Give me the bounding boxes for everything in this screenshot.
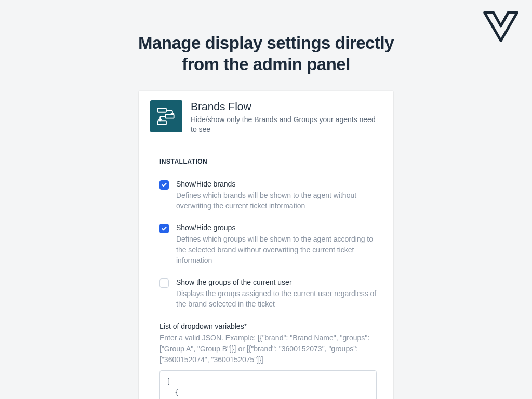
dropdown-variables-textarea[interactable] bbox=[159, 370, 377, 399]
svg-rect-1 bbox=[165, 114, 174, 118]
option-description: Defines which brands will be shown to th… bbox=[176, 190, 377, 211]
page-title: Manage display settings directly from th… bbox=[0, 0, 532, 75]
option-description: Defines which groups will be shown to th… bbox=[176, 234, 377, 265]
settings-card: Brands Flow Hide/show only the Brands an… bbox=[139, 91, 393, 400]
app-subtitle: Hide/show only the Brands and Groups you… bbox=[191, 115, 382, 135]
checkbox-show-hide-brands[interactable] bbox=[159, 180, 169, 190]
option-label: Show/Hide brands bbox=[176, 180, 377, 188]
dropdown-variables-field: List of dropdown variables* Enter a vali… bbox=[159, 322, 382, 399]
option-description: Displays the groups assigned to the curr… bbox=[176, 288, 377, 310]
checkbox-show-current-user-groups[interactable] bbox=[159, 278, 169, 288]
svg-rect-2 bbox=[158, 121, 167, 124]
field-label-text: List of dropdown variables bbox=[159, 322, 244, 330]
app-title: Brands Flow bbox=[191, 100, 382, 113]
card-header: Brands Flow Hide/show only the Brands an… bbox=[150, 100, 382, 135]
brand-logo bbox=[482, 10, 520, 44]
field-hint: Enter a valid JSON. Example: [{"brand": … bbox=[159, 332, 377, 365]
svg-rect-0 bbox=[158, 108, 167, 112]
option-label: Show/Hide groups bbox=[176, 223, 377, 232]
option-show-hide-brands: Show/Hide brands Defines which brands wi… bbox=[159, 180, 382, 211]
section-heading-installation: INSTALLATION bbox=[159, 158, 382, 165]
field-label: List of dropdown variables* bbox=[159, 322, 377, 330]
option-show-current-user-groups: Show the groups of the current user Disp… bbox=[159, 278, 382, 310]
page-title-line2: from the admin panel bbox=[182, 55, 350, 74]
app-flow-icon bbox=[150, 100, 182, 132]
option-label: Show the groups of the current user bbox=[176, 278, 377, 286]
required-asterisk: * bbox=[244, 322, 247, 330]
option-show-hide-groups: Show/Hide groups Defines which groups wi… bbox=[159, 223, 382, 265]
checkbox-show-hide-groups[interactable] bbox=[159, 224, 169, 233]
page-title-line1: Manage display settings directly bbox=[138, 33, 394, 52]
